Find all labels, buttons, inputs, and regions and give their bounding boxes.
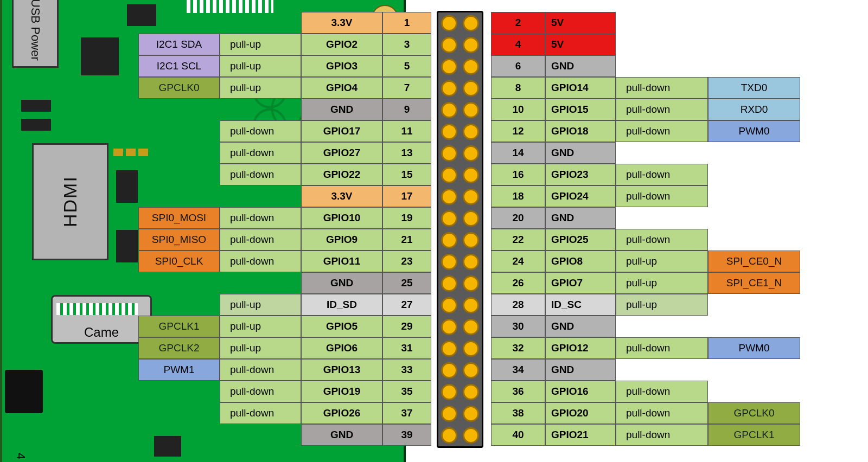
pin-number: 2 [491,12,545,34]
gpio-name: GPIO18 [545,120,616,142]
pin-row: pull-downGPIO193536GPIO16pull-down [0,381,868,402]
pin-row: SPI0_MOSIpull-downGPIO101920GND [0,207,868,229]
pin-number: 8 [491,77,545,99]
gpio-name: GPIO20 [545,402,616,424]
pin-number: 21 [382,229,431,251]
pin-row: GPCLK2pull-upGPIO63132GPIO12pull-downPWM… [0,337,868,359]
gpio-name: GPIO11 [301,251,382,272]
pull-state: pull-down [616,381,708,402]
pull-state: pull-down [616,229,708,251]
pin-row: 3.3V1718GPIO24pull-down [0,185,868,207]
pin-number: 36 [491,381,545,402]
pin-number: 5 [382,55,431,77]
pin-number: 3 [382,34,431,55]
gpio-name: GPIO23 [545,164,616,185]
pin-number: 39 [382,424,431,446]
pull-state: pull-down [616,77,708,99]
pin-number: 25 [382,272,431,294]
pin-row: SPI0_CLKpull-downGPIO112324GPIO8pull-upS… [0,251,868,272]
pin-number: 29 [382,316,431,337]
gpio-name: GPIO3 [301,55,382,77]
gpio-name: GPIO12 [545,337,616,359]
pin-row: SPI0_MISOpull-downGPIO92122GPIO25pull-do… [0,229,868,251]
alt-function: GPCLK0 [138,77,220,99]
pin-number: 30 [491,316,545,337]
gpio-name: GPIO17 [301,120,382,142]
pull-state: pull-down [220,120,301,142]
alt-function: I2C1 SDA [138,34,220,55]
pull-state: pull-up [616,272,708,294]
gpio-name: GPIO15 [545,99,616,120]
gpio-name: GPIO14 [545,77,616,99]
alt-function: TXD0 [708,77,800,99]
alt-function: SPI0_CLK [138,251,220,272]
gpio-name: GPIO26 [301,402,382,424]
connector-pins [187,0,273,13]
gpio-name: GPIO25 [545,229,616,251]
gpio-name: GPIO13 [301,359,382,381]
pin-number: 28 [491,294,545,316]
alt-function: PWM1 [138,359,220,381]
page-corner-number: 4 [14,453,28,459]
gpio-name: GPIO7 [545,272,616,294]
pin-rows: 3.3V125VI2C1 SDApull-upGPIO2345VI2C1 SCL… [0,12,868,446]
pin-number: 34 [491,359,545,381]
pin-number: 19 [382,207,431,229]
pin-number: 33 [382,359,431,381]
pin-number: 17 [382,185,431,207]
pull-state: pull-down [220,402,301,424]
pin-number: 1 [382,12,431,34]
gpio-name: 5V [545,34,616,55]
pull-state: pull-up [220,77,301,99]
pin-number: 10 [491,99,545,120]
pull-state: pull-down [616,337,708,359]
gpio-name: ID_SC [545,294,616,316]
pin-number: 22 [491,229,545,251]
pull-state: pull-up [616,294,708,316]
pin-row: 3.3V125V [0,12,868,34]
gpio-name: GPIO21 [545,424,616,446]
pull-state: pull-up [220,34,301,55]
pin-row: pull-downGPIO221516GPIO23pull-down [0,164,868,185]
gpio-name: GPIO10 [301,207,382,229]
pull-state: pull-down [616,185,708,207]
pin-number: 12 [491,120,545,142]
pin-number: 15 [382,164,431,185]
gpio-name: ID_SD [301,294,382,316]
pin-number: 11 [382,120,431,142]
pin-number: 14 [491,142,545,164]
alt-function: PWM0 [708,337,800,359]
pull-state: pull-down [616,120,708,142]
gpio-name: GPIO16 [545,381,616,402]
gpio-name: GND [545,359,616,381]
pin-row: pull-downGPIO271314GND [0,142,868,164]
pull-state: pull-up [220,55,301,77]
gpio-name: GPIO22 [301,164,382,185]
pin-row: pull-downGPIO171112GPIO18pull-downPWM0 [0,120,868,142]
gpio-name: GPIO6 [301,337,382,359]
pull-state: pull-up [616,251,708,272]
pull-state: pull-down [616,164,708,185]
pin-row: GPCLK1pull-upGPIO52930GND [0,316,868,337]
pull-state: pull-down [220,164,301,185]
pin-number: 35 [382,381,431,402]
pin-row: GND2526GPIO7pull-upSPI_CE1_N [0,272,868,294]
gpio-name: GPIO2 [301,34,382,55]
pin-row: pull-downGPIO263738GPIO20pull-downGPCLK0 [0,402,868,424]
pull-state: pull-up [220,316,301,337]
alt-function: PWM0 [708,120,800,142]
pull-state: pull-down [220,251,301,272]
pull-state: pull-down [220,207,301,229]
pin-number: 26 [491,272,545,294]
gpio-name: GPIO8 [545,251,616,272]
pin-number: 7 [382,77,431,99]
pull-state: pull-down [616,402,708,424]
gpio-name: GND [545,142,616,164]
pin-number: 18 [491,185,545,207]
gpio-name: GPIO19 [301,381,382,402]
pull-state: pull-down [220,142,301,164]
pin-row: PWM1pull-downGPIO133334GND [0,359,868,381]
gpio-name: 5V [545,12,616,34]
pull-state: pull-up [220,294,301,316]
pull-state: pull-down [616,99,708,120]
